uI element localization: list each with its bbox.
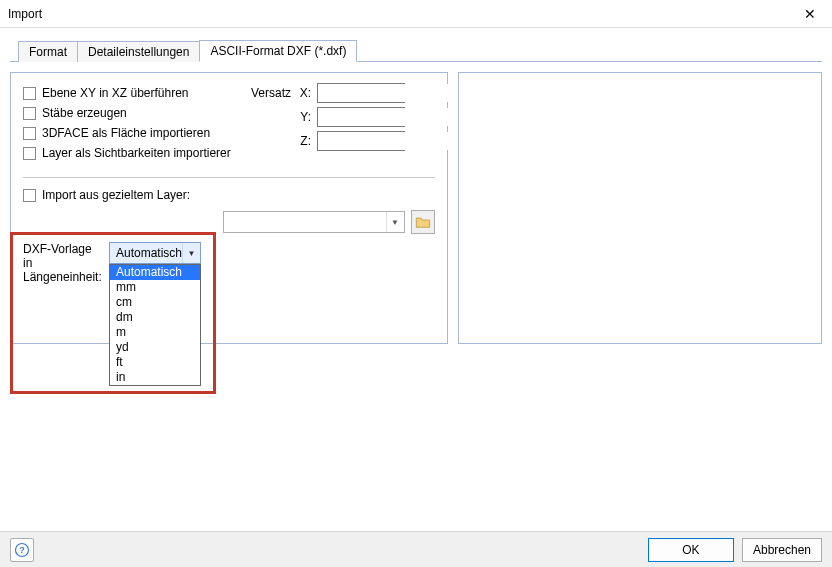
unit-dropdown: Automatisch mm cm dm m yd ft in xyxy=(109,264,201,386)
unit-option-automatisch[interactable]: Automatisch xyxy=(110,265,200,280)
chevron-down-icon: ▼ xyxy=(386,212,404,232)
label-3dface: 3DFACE als Fläche importieren xyxy=(42,126,210,140)
unit-option-ft[interactable]: ft xyxy=(110,355,200,370)
tab-format[interactable]: Format xyxy=(18,41,78,62)
options-panel: Ebene XY in XZ überführen Stäbe erzeugen… xyxy=(10,72,448,344)
offset-z-input[interactable] xyxy=(318,132,476,150)
preview-panel xyxy=(458,72,822,344)
svg-text:?: ? xyxy=(19,545,25,555)
offset-x-label: X: xyxy=(297,86,311,100)
checkbox-staebe[interactable] xyxy=(23,107,36,120)
checkbox-import-layer[interactable] xyxy=(23,189,36,202)
label-xy-xz: Ebene XY in XZ überführen xyxy=(42,86,189,100)
offset-x-spin[interactable]: ▲ ▼ xyxy=(317,83,405,103)
window-title: Import xyxy=(8,7,42,21)
checkbox-3dface[interactable] xyxy=(23,127,36,140)
unit-option-in[interactable]: in xyxy=(110,370,200,385)
tab-ascii-dxf[interactable]: ASCII-Format DXF (*.dxf) xyxy=(199,40,357,62)
checkbox-xy-xz[interactable] xyxy=(23,87,36,100)
offset-y-label: Y: xyxy=(297,110,311,124)
checkbox-layer-vis[interactable] xyxy=(23,147,36,160)
tab-bar: Format Detaileinstellungen ASCII-Format … xyxy=(10,38,822,62)
unit-option-mm[interactable]: mm xyxy=(110,280,200,295)
divider xyxy=(23,177,435,178)
unit-option-cm[interactable]: cm xyxy=(110,295,200,310)
titlebar: Import ✕ xyxy=(0,0,832,28)
unit-option-m[interactable]: m xyxy=(110,325,200,340)
label-staebe: Stäbe erzeugen xyxy=(42,106,127,120)
offset-x-input[interactable] xyxy=(318,84,476,102)
unit-option-dm[interactable]: dm xyxy=(110,310,200,325)
offset-header: Versatz xyxy=(251,86,291,100)
close-icon: ✕ xyxy=(804,6,816,22)
offset-z-label: Z: xyxy=(297,134,311,148)
question-icon: ? xyxy=(14,542,30,558)
label-import-layer: Import aus gezieltem Layer: xyxy=(42,188,190,202)
folder-icon xyxy=(415,215,431,229)
footer-bar: ? OK Abbrechen xyxy=(0,531,832,567)
offset-y-input[interactable] xyxy=(318,108,476,126)
layer-combo[interactable]: ▼ xyxy=(223,211,405,233)
ok-button[interactable]: OK xyxy=(648,538,734,562)
unit-option-yd[interactable]: yd xyxy=(110,340,200,355)
tab-detaileinstellungen[interactable]: Detaileinstellungen xyxy=(77,41,200,62)
cancel-button[interactable]: Abbrechen xyxy=(742,538,822,562)
unit-combo[interactable]: Automatisch ▼ Automatisch mm cm dm m yd … xyxy=(109,242,201,264)
offsets-grid: Versatz X: ▲ ▼ Y: ▲ xyxy=(251,83,405,151)
label-layer-vis: Layer als Sichtbarkeiten importierer xyxy=(42,146,231,160)
unit-combo-value: Automatisch xyxy=(116,246,182,260)
help-button[interactable]: ? xyxy=(10,538,34,562)
unit-label: DXF-Vorlage in Längeneinheit: xyxy=(23,242,103,284)
chevron-down-icon: ▼ xyxy=(182,243,200,263)
offset-y-spin[interactable]: ▲ ▼ xyxy=(317,107,405,127)
close-button[interactable]: ✕ xyxy=(794,2,826,26)
offset-z-spin[interactable]: ▲ ▼ xyxy=(317,131,405,151)
browse-button[interactable] xyxy=(411,210,435,234)
